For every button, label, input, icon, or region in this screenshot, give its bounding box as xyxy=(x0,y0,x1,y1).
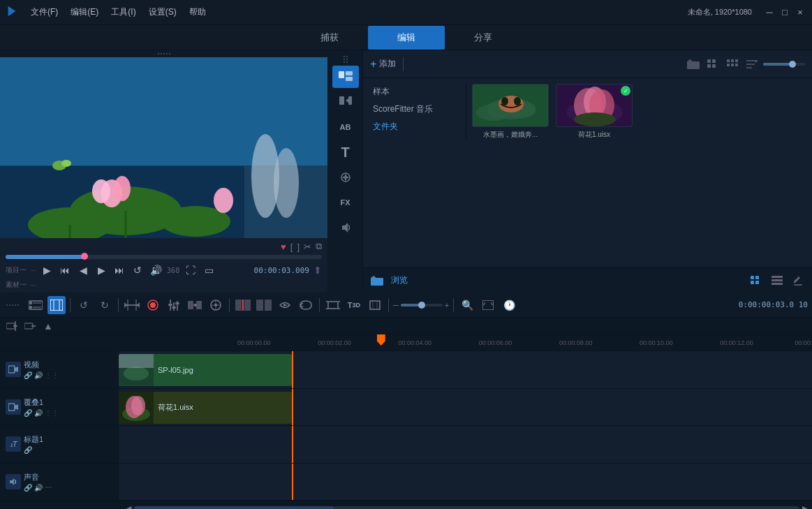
loop-timeline-button[interactable] xyxy=(297,296,315,314)
prev-frame-button[interactable]: ⏮ xyxy=(58,263,72,277)
sidebar-fx-icon[interactable]: FX xyxy=(332,191,359,214)
redo-button[interactable]: ↻ xyxy=(96,296,114,314)
track-audio-body[interactable] xyxy=(119,464,812,501)
track-title-body[interactable] xyxy=(119,426,812,463)
timeline-scrollbar[interactable] xyxy=(134,506,799,510)
split-button[interactable] xyxy=(234,296,252,314)
list-view-button[interactable] xyxy=(704,56,721,73)
sidebar-media-icon[interactable] xyxy=(332,66,359,88)
menu-edit[interactable]: 编辑(E) xyxy=(71,6,98,18)
browse-folder-button[interactable] xyxy=(369,272,385,289)
favorite-icon[interactable]: ♥ xyxy=(281,242,286,252)
track-grid-icon[interactable]: ⋮⋮ xyxy=(45,371,59,379)
tree-sample[interactable]: 样本 xyxy=(369,84,460,100)
tab-edit[interactable]: 编辑 xyxy=(368,26,445,50)
sidebar-titles-icon[interactable]: AB xyxy=(332,116,359,138)
fullscreen-button[interactable]: ⛶ xyxy=(184,263,198,277)
browse-label[interactable]: 浏览 xyxy=(391,274,408,286)
bottom-view-btn2[interactable] xyxy=(769,272,785,289)
audio-wave-icon[interactable]: 〰 xyxy=(45,484,52,492)
svg-rect-76 xyxy=(175,302,179,304)
step-forward-button[interactable]: ▶ xyxy=(94,263,108,277)
timeline-clip-icon[interactable] xyxy=(27,296,45,314)
track-mute-icon[interactable]: 🔊 xyxy=(34,371,43,379)
transitions-timeline-button[interactable] xyxy=(186,296,204,314)
timeline-mode-button[interactable] xyxy=(47,296,66,314)
copy-icon[interactable]: ⧉ xyxy=(316,241,322,252)
volume-slider[interactable] xyxy=(401,304,443,307)
tab-capture[interactable]: 捕获 xyxy=(291,26,368,50)
preview-progress-thumb[interactable] xyxy=(81,253,88,260)
close-button[interactable]: × xyxy=(794,6,806,19)
bracket-start-icon[interactable]: [ xyxy=(290,242,293,252)
overlay-grid-icon[interactable]: ⋮⋮ xyxy=(45,409,59,417)
ruler-track[interactable]: 00:00:00.00 00:00:02.00 00:00:04.00 00:0… xyxy=(237,334,812,351)
mask-button[interactable] xyxy=(366,296,384,314)
menu-settings[interactable]: 设置(S) xyxy=(149,6,177,18)
folder-view-button[interactable] xyxy=(685,56,702,73)
sort-button[interactable] xyxy=(744,56,760,73)
volume-button[interactable]: 🔊 xyxy=(149,263,163,277)
clip-icon[interactable]: ✂ xyxy=(304,242,311,252)
scroll-right-btn[interactable]: ▶ xyxy=(802,504,808,509)
audio-mix-button[interactable] xyxy=(165,296,183,314)
zoom-slider-thumb[interactable] xyxy=(789,61,796,68)
add-track-button[interactable] xyxy=(4,318,20,334)
titlebar-right: 未命名, 1920*1080 ─ □ × xyxy=(688,6,806,19)
track-link-icon[interactable]: 🔗 xyxy=(24,371,32,379)
loop-button[interactable]: ↺ xyxy=(131,263,145,277)
preview-controls: ♥ [ ] ✂ ⧉ 项目一 ─ ▶ ⏮ ◀ ▶ ⏭ ↺ 🔊 360 xyxy=(0,238,327,293)
aspect-button[interactable]: ▭ xyxy=(202,263,216,277)
tree-folder[interactable]: 文件夹 xyxy=(369,119,460,135)
track-overlay-body[interactable]: 荷花1.uisx xyxy=(119,389,812,426)
merge-button[interactable] xyxy=(255,296,273,314)
play-button[interactable]: ▶ xyxy=(40,263,54,277)
remove-track-button[interactable] xyxy=(22,318,38,334)
bracket-end-icon[interactable]: ] xyxy=(297,242,300,252)
grid-view-button[interactable] xyxy=(724,56,741,73)
fit-button[interactable] xyxy=(479,296,497,314)
crop-button[interactable] xyxy=(324,296,342,314)
speed-button[interactable] xyxy=(276,296,294,314)
minimize-button[interactable]: ─ xyxy=(763,6,776,19)
tab-share[interactable]: 分享 xyxy=(445,26,522,50)
overlay-mute-icon[interactable]: 🔊 xyxy=(34,409,43,417)
sidebar-effects-icon[interactable] xyxy=(332,166,359,189)
menu-tools[interactable]: 工具(I) xyxy=(111,6,135,18)
zoom-in-button[interactable]: 🔍 xyxy=(458,296,476,314)
undo-button[interactable]: ↺ xyxy=(75,296,93,314)
cut-to-fit-button[interactable] xyxy=(123,296,141,314)
title-link-icon[interactable]: 🔗 xyxy=(24,446,32,454)
time-adjust-up[interactable]: ⬆ xyxy=(313,265,322,276)
scroll-left-btn[interactable]: ◀ xyxy=(126,504,131,509)
menu-file[interactable]: 文件(F) xyxy=(31,6,58,18)
track-video-body[interactable]: SP-l05.jpg xyxy=(119,351,812,388)
overlay-clip[interactable]: 荷花1.uisx xyxy=(119,392,292,424)
preview-progress-bar[interactable] xyxy=(6,255,322,259)
svg-rect-25 xyxy=(707,64,711,68)
audio-link-icon[interactable]: 🔗 xyxy=(24,484,32,492)
bottom-edit-btn[interactable] xyxy=(790,272,806,289)
record-button[interactable] xyxy=(144,296,162,314)
sidebar-transitions-icon[interactable] xyxy=(332,91,359,113)
bottom-view-btn1[interactable] xyxy=(748,272,765,289)
step-back-button[interactable]: ◀ xyxy=(76,263,90,277)
menu-help[interactable]: 帮助 xyxy=(189,6,206,18)
insert-arrow-button[interactable]: ▲ xyxy=(40,318,56,334)
add-media-button[interactable]: + 添加 xyxy=(370,58,396,71)
sidebar-audio-icon[interactable] xyxy=(332,216,359,239)
t3d-button[interactable]: T3D xyxy=(345,296,363,314)
clock-button[interactable]: 🕐 xyxy=(500,296,518,314)
audio-mute-icon[interactable]: 🔊 xyxy=(34,484,43,492)
volume-thumb[interactable] xyxy=(418,302,425,309)
media-item[interactable]: 水墨画，嫦娥奔... xyxy=(472,84,549,140)
media-item[interactable]: ✓ 荷花1.uisx xyxy=(556,84,633,140)
tree-scorefitter[interactable]: ScoreFitter 音乐 xyxy=(369,101,460,117)
pan-button[interactable] xyxy=(207,296,225,314)
zoom-slider[interactable] xyxy=(763,63,805,66)
next-frame-button[interactable]: ⏭ xyxy=(112,263,126,277)
sidebar-text-icon[interactable]: T xyxy=(332,141,359,163)
overlay-link-icon[interactable]: 🔗 xyxy=(24,409,32,417)
maximize-button[interactable]: □ xyxy=(778,6,791,19)
video-clip[interactable]: SP-l05.jpg xyxy=(119,354,292,386)
